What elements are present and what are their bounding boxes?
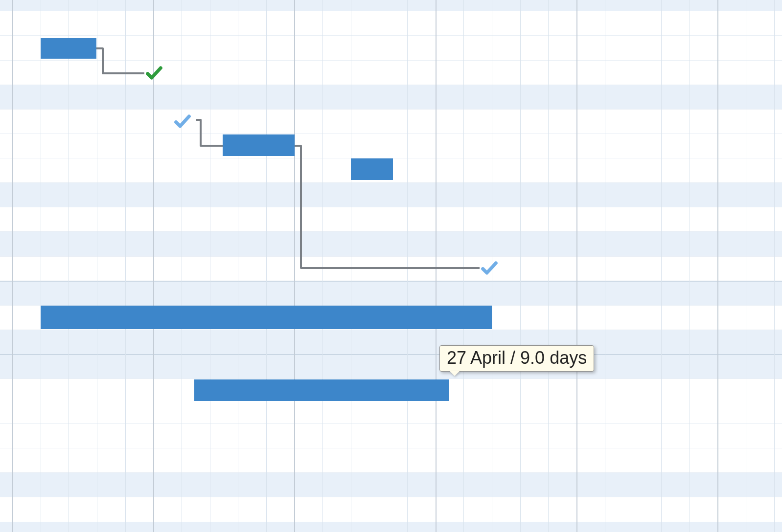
checkmark-icon[interactable] xyxy=(480,258,499,278)
checkmark-icon[interactable] xyxy=(173,111,192,131)
gantt-chart[interactable]: 27 April / 9.0 days xyxy=(0,0,782,532)
task-bar[interactable] xyxy=(194,379,449,401)
dependency-line xyxy=(0,0,782,532)
tooltip-text: 27 April / 9.0 days xyxy=(447,348,587,368)
tooltip: 27 April / 9.0 days xyxy=(439,345,594,372)
checkmark-icon[interactable] xyxy=(144,63,164,83)
task-bar[interactable] xyxy=(351,158,393,180)
task-bar[interactable] xyxy=(41,306,492,329)
task-bar[interactable] xyxy=(223,134,295,156)
task-bar[interactable] xyxy=(41,38,96,59)
